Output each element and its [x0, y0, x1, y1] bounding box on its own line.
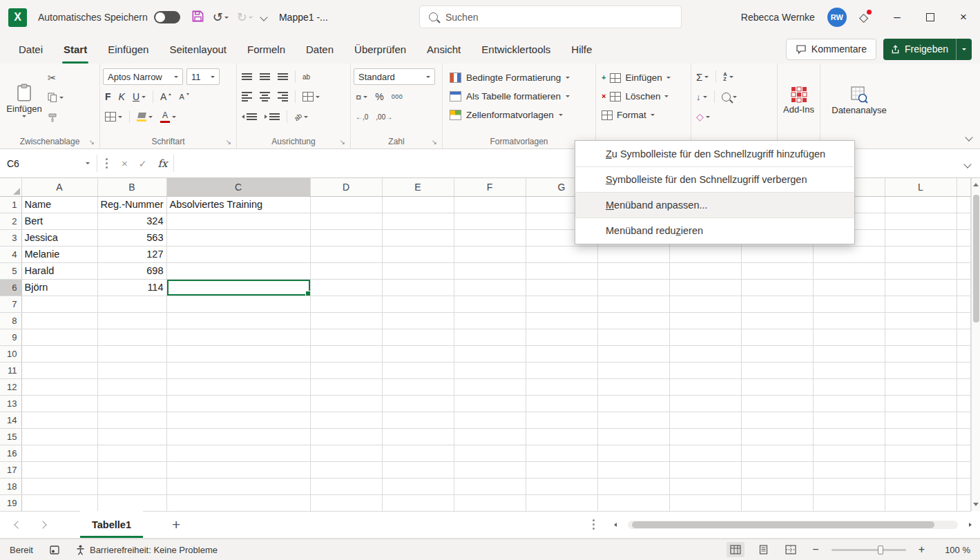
orientation-button[interactable]: ab [292, 108, 310, 125]
decrease-font-size-button[interactable]: A [177, 88, 191, 105]
page-layout-view-button[interactable] [754, 542, 772, 557]
copy-button[interactable] [46, 89, 66, 106]
increase-font-size-button[interactable]: A [158, 88, 173, 105]
tab-hilfe[interactable]: Hilfe [561, 35, 602, 64]
cell-I18[interactable] [669, 478, 741, 494]
cell-G5[interactable] [526, 262, 597, 279]
cell-G8[interactable] [526, 312, 597, 329]
cell-A12[interactable] [21, 378, 97, 395]
zoom-in-button[interactable]: + [916, 543, 928, 556]
percent-style-button[interactable]: % [373, 88, 385, 105]
cell-I13[interactable] [669, 395, 741, 412]
cell-E18[interactable] [382, 478, 454, 494]
cell-G10[interactable] [526, 345, 597, 362]
customize-qat-button[interactable] [261, 15, 267, 20]
scroll-down-arrow[interactable] [973, 503, 979, 506]
row-header-13[interactable]: 13 [0, 395, 21, 412]
cell-D2[interactable] [310, 213, 382, 229]
cell-E2[interactable] [382, 213, 454, 229]
cell-B13[interactable] [97, 395, 166, 412]
cell-K15[interactable] [813, 428, 885, 445]
cell-K9[interactable] [813, 329, 885, 345]
normal-view-button[interactable] [727, 542, 744, 557]
cell-J18[interactable] [741, 478, 813, 494]
cell-J5[interactable] [741, 262, 813, 279]
save-button[interactable] [191, 10, 204, 26]
cell-F15[interactable] [454, 428, 526, 445]
cell-J11[interactable] [741, 362, 813, 378]
cell-K13[interactable] [813, 395, 885, 412]
cell-D5[interactable] [310, 262, 382, 279]
cell-L18[interactable] [885, 478, 957, 494]
cell-A2[interactable]: Bert [21, 213, 97, 229]
row-header-10[interactable]: 10 [0, 345, 21, 362]
cell-E17[interactable] [382, 461, 454, 478]
align-left-button[interactable] [240, 88, 254, 105]
cell-J19[interactable] [741, 494, 813, 511]
align-right-button[interactable] [276, 88, 290, 105]
cell-G19[interactable] [526, 494, 597, 511]
cell-D17[interactable] [310, 461, 382, 478]
cell-L5[interactable] [885, 262, 957, 279]
bold-button[interactable]: F [103, 88, 113, 105]
row-header-14[interactable]: 14 [0, 412, 21, 428]
cell-E3[interactable] [382, 229, 454, 246]
cell-A10[interactable] [21, 345, 97, 362]
formula-bar-grip[interactable] [106, 162, 108, 164]
fill-button[interactable]: ↓ [694, 88, 709, 105]
cell-B6[interactable]: 114 [97, 279, 166, 296]
document-title[interactable]: Mappe1 -... [279, 12, 328, 23]
cell-G6[interactable] [526, 279, 597, 296]
cell-F16[interactable] [454, 445, 526, 461]
cell-L6[interactable] [885, 279, 957, 296]
cell-G13[interactable] [526, 395, 597, 412]
cell-A19[interactable] [21, 494, 97, 511]
row-header-3[interactable]: 3 [0, 229, 21, 246]
cell-H18[interactable] [597, 478, 669, 494]
font-name-select[interactable]: Aptos Narrow [103, 68, 183, 85]
cell-x2[interactable] [957, 213, 970, 229]
cell-J4[interactable] [741, 246, 813, 262]
cell-L1[interactable] [885, 196, 957, 213]
cell-H7[interactable] [597, 296, 669, 312]
cell-D15[interactable] [310, 428, 382, 445]
cell-D3[interactable] [310, 229, 382, 246]
close-button[interactable]: × [947, 0, 980, 35]
column-header-A[interactable]: A [21, 178, 97, 196]
increase-decimal-button[interactable]: ←,0 [354, 108, 370, 125]
cell-A6[interactable]: Björn [21, 279, 97, 296]
cell-x19[interactable] [957, 494, 970, 511]
cell-L2[interactable] [885, 213, 957, 229]
cell-x5[interactable] [957, 262, 970, 279]
cell-D14[interactable] [310, 412, 382, 428]
excel-app-icon[interactable]: X [8, 8, 27, 27]
cell-E6[interactable] [382, 279, 454, 296]
cell-H17[interactable] [597, 461, 669, 478]
context-menu-item[interactable]: Symbolleiste für den Schnellzugriff verb… [575, 167, 854, 192]
tab-start[interactable]: Start [53, 35, 97, 64]
cell-H16[interactable] [597, 445, 669, 461]
cell-B10[interactable] [97, 345, 166, 362]
context-menu-item[interactable]: Menüband reduzieren [575, 218, 854, 243]
cell-L11[interactable] [885, 362, 957, 378]
cell-C11[interactable] [166, 362, 310, 378]
cell-E1[interactable] [382, 196, 454, 213]
cell-F19[interactable] [454, 494, 526, 511]
cell-K6[interactable] [813, 279, 885, 296]
conditional-formatting-button[interactable]: Bedingte Formatierung [445, 68, 593, 87]
macro-record-button[interactable] [50, 545, 59, 554]
zoom-level[interactable]: 100 % [937, 545, 970, 555]
cell-H5[interactable] [597, 262, 669, 279]
fill-dropdown-arrow[interactable] [703, 96, 707, 98]
clear-dropdown-arrow[interactable] [706, 116, 710, 118]
cell-D12[interactable] [310, 378, 382, 395]
cell-D19[interactable] [310, 494, 382, 511]
cell-B15[interactable] [97, 428, 166, 445]
cell-I7[interactable] [669, 296, 741, 312]
cell-B2[interactable]: 324 [97, 213, 166, 229]
cell-H13[interactable] [597, 395, 669, 412]
cell-B7[interactable] [97, 296, 166, 312]
cell-J12[interactable] [741, 378, 813, 395]
cell-F8[interactable] [454, 312, 526, 329]
cell-C9[interactable] [166, 329, 310, 345]
